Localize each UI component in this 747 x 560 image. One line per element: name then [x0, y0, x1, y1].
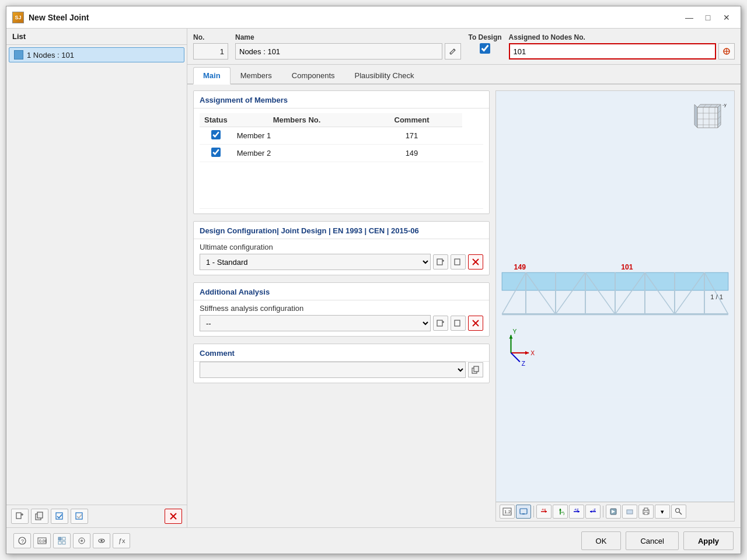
- design-config-section: Design Configuration| Joint Design | EN …: [193, 221, 490, 275]
- nav-cube-container: -y: [689, 96, 729, 138]
- vp-coords-button[interactable]: 1.2.3: [500, 505, 515, 519]
- assigned-group: Assigned to Nodes No.: [509, 33, 735, 60]
- maximize-button[interactable]: □: [700, 10, 716, 24]
- ultimate-delete-button[interactable]: [468, 254, 483, 270]
- ultimate-new-button[interactable]: [433, 254, 448, 270]
- svg-text:1.2.3: 1.2.3: [504, 509, 512, 514]
- tab-main[interactable]: Main: [193, 67, 231, 85]
- list-item[interactable]: 1 Nodes : 101: [9, 47, 184, 62]
- new-item-button[interactable]: [11, 509, 29, 524]
- stiffness-delete-button[interactable]: [468, 316, 483, 331]
- svg-rect-90: [627, 510, 633, 514]
- svg-text:-y: -y: [722, 102, 727, 107]
- comment-input[interactable]: [200, 362, 466, 378]
- svg-rect-23: [455, 320, 460, 326]
- tab-members[interactable]: Members: [231, 67, 282, 85]
- svg-point-105: [81, 540, 83, 542]
- svg-rect-4: [37, 512, 43, 518]
- svg-point-94: [676, 509, 680, 513]
- tab-components[interactable]: Components: [282, 67, 345, 85]
- name-edit-button[interactable]: [445, 43, 461, 60]
- vp-render-button[interactable]: [606, 505, 621, 519]
- vp-sep2: [603, 506, 603, 517]
- vp-view-z-button[interactable]: +z: [569, 505, 584, 519]
- bottom-bar: ? 0.00 ƒx OK Cancel Apply: [6, 527, 741, 554]
- row1-comment: [462, 127, 483, 145]
- ultimate-config-select[interactable]: 1 - Standard: [200, 254, 431, 270]
- stiffness-config-select[interactable]: --: [200, 315, 431, 331]
- assignment-title: Assignment of Members: [194, 91, 489, 108]
- list-body: 1 Nodes : 101: [6, 45, 187, 505]
- window-controls: — □ ✕: [681, 10, 735, 24]
- svg-rect-14: [437, 259, 442, 265]
- vp-view-negz-button[interactable]: -z: [585, 505, 601, 519]
- stiffness-edit-button[interactable]: [451, 316, 466, 331]
- svg-text:+z: +z: [574, 508, 579, 512]
- viewport-3d[interactable]: -y: [496, 91, 734, 502]
- vp-view-y-button[interactable]: +y: [553, 505, 568, 519]
- content-area: Assignment of Members Status Members No.…: [187, 85, 741, 527]
- assigned-input-row: [509, 43, 735, 60]
- decimal-button[interactable]: 0.00: [33, 533, 51, 548]
- title-bar: SJ New Steel Joint — □ ✕: [6, 6, 741, 29]
- member1-checkbox[interactable]: [211, 130, 221, 139]
- assigned-label: Assigned to Nodes No.: [509, 33, 735, 41]
- vp-more-button[interactable]: ▾: [655, 505, 670, 519]
- assigned-input[interactable]: [509, 43, 716, 60]
- name-input[interactable]: [235, 43, 442, 60]
- eye-button[interactable]: [93, 533, 110, 548]
- apply-button[interactable]: Apply: [683, 531, 734, 550]
- node-149-label: 149: [514, 263, 526, 271]
- vp-print-button[interactable]: [638, 505, 654, 519]
- delete-item-button[interactable]: [165, 509, 182, 524]
- number-field-group: No.: [193, 33, 228, 60]
- check-all-button[interactable]: [51, 509, 68, 524]
- to-design-checkbox[interactable]: [480, 43, 490, 54]
- close-button[interactable]: ✕: [718, 10, 735, 24]
- comment-copy-button[interactable]: [468, 362, 483, 377]
- svg-text:+x: +x: [542, 508, 546, 512]
- vp-search-button[interactable]: [671, 505, 686, 519]
- ultimate-edit-button[interactable]: [451, 254, 466, 270]
- node-101-label: 101: [621, 263, 633, 271]
- stiffness-new-button[interactable]: [433, 316, 448, 331]
- cancel-button[interactable]: Cancel: [626, 531, 678, 550]
- help-button[interactable]: ?: [13, 533, 31, 548]
- viewport-toolbar: 1.2.3 +x +y +z: [496, 502, 734, 521]
- members-table: Status Members No. Comment: [200, 113, 483, 209]
- bottom-left-icons: ? 0.00 ƒx: [13, 533, 578, 548]
- svg-text:+y: +y: [561, 510, 564, 515]
- grid-button[interactable]: [53, 533, 71, 548]
- tab-plausibility[interactable]: Plausibility Check: [345, 67, 424, 85]
- svg-text:-z: -z: [592, 508, 596, 512]
- vp-solid-button[interactable]: [622, 505, 637, 519]
- copy-item-button[interactable]: [31, 509, 48, 524]
- vp-view-x-button[interactable]: +x: [536, 505, 551, 519]
- formula-button[interactable]: ƒx: [113, 533, 130, 548]
- right-panel: No. Name To Design: [187, 29, 741, 527]
- svg-rect-93: [644, 512, 648, 514]
- row1-member-label: Member 1: [232, 127, 362, 145]
- number-input[interactable]: [193, 43, 228, 60]
- ok-button[interactable]: OK: [581, 531, 622, 550]
- assigned-pick-button[interactable]: [718, 43, 735, 60]
- vp-display-button[interactable]: [516, 505, 531, 519]
- table-row: Member 1 171: [200, 127, 483, 145]
- svg-rect-101: [62, 537, 65, 540]
- row2-comment: [462, 145, 483, 162]
- svg-rect-102: [58, 541, 61, 544]
- list-item-label: 1 Nodes : 101: [27, 51, 74, 60]
- viewport-panel: -y: [495, 90, 735, 522]
- svg-text:Y: Y: [513, 328, 517, 335]
- uncheck-all-button[interactable]: [71, 509, 88, 524]
- app-icon: SJ: [12, 12, 24, 23]
- member2-checkbox[interactable]: [211, 148, 221, 157]
- list-header: List: [6, 29, 187, 45]
- row2-member-label: Member 2: [232, 145, 362, 162]
- design-config-title: Design Configuration| Joint Design | EN …: [194, 222, 489, 239]
- svg-rect-17: [455, 259, 460, 265]
- display-settings-button[interactable]: [73, 533, 90, 548]
- name-input-row: [235, 43, 461, 60]
- additional-analysis-title: Additional Analysis: [194, 283, 489, 300]
- minimize-button[interactable]: —: [681, 10, 697, 24]
